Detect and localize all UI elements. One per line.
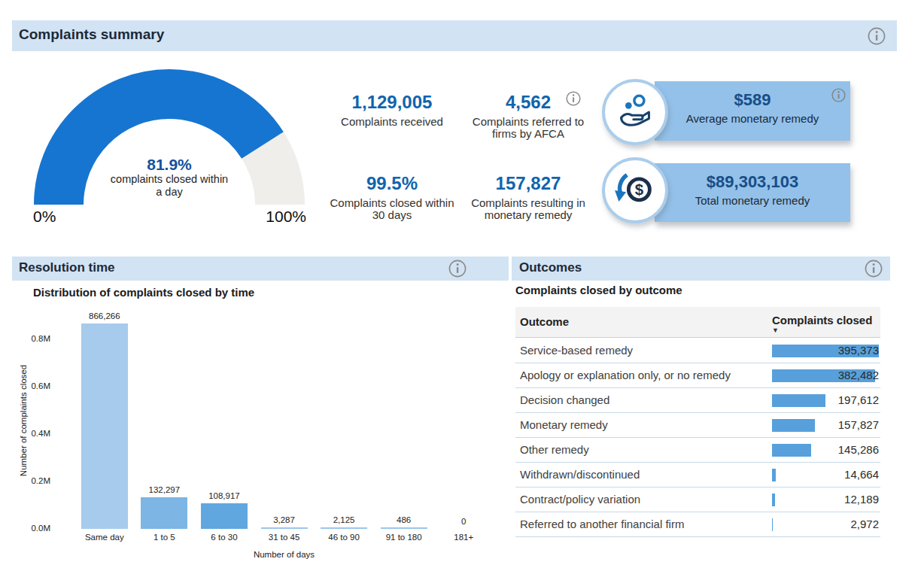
bar-chart-plot: 866,266132,297108,9173,2872,1254860 bbox=[74, 301, 494, 529]
average-monetary-remedy-card: $589 Average monetary remedy bbox=[655, 81, 850, 141]
kpi-label: Complaints closed within 30 days bbox=[328, 197, 456, 221]
bar[interactable] bbox=[141, 497, 187, 529]
y-axis-tick: 0.2M bbox=[20, 476, 50, 485]
bar-value-label: 108,917 bbox=[208, 491, 240, 501]
dollar-refund-icon: $ bbox=[602, 157, 668, 223]
column-header-outcome[interactable]: Outcome bbox=[520, 315, 569, 328]
svg-text:$: $ bbox=[635, 181, 644, 198]
table-row[interactable]: Withdrawn/discontinued14,664 bbox=[515, 463, 880, 487]
info-icon[interactable] bbox=[566, 91, 581, 106]
outcome-label: Apology or explanation only, or no remed… bbox=[520, 369, 731, 381]
outcomes-table-body: Service-based remedy395,373Apology or ex… bbox=[515, 339, 880, 537]
y-axis-tick: 0.8M bbox=[20, 334, 50, 343]
x-category-label: Same day bbox=[74, 533, 135, 542]
complaints-closed-value: 2,972 bbox=[850, 518, 879, 530]
kpi-value: 157,827 bbox=[464, 174, 592, 193]
column-header-complaints-closed[interactable]: Complaints closed bbox=[772, 314, 872, 327]
bar-column: 108,917 bbox=[194, 491, 254, 529]
outcomes-table-title: Complaints closed by outcome bbox=[515, 284, 682, 296]
gauge-caption: a day bbox=[34, 186, 305, 199]
card-value: $89,303,103 bbox=[655, 173, 850, 191]
outcomes-header: Outcomes bbox=[512, 257, 890, 281]
data-bar bbox=[772, 394, 825, 407]
complaints-closed-value: 395,373 bbox=[838, 344, 879, 357]
dashboard: Complaints summary 81.9% complaints clos… bbox=[0, 0, 924, 571]
complaints-summary-title: Complaints summary bbox=[19, 26, 164, 43]
bar[interactable] bbox=[201, 503, 248, 529]
table-row[interactable]: Service-based remedy395,373 bbox=[515, 339, 880, 363]
x-category-label: 31 to 45 bbox=[254, 533, 315, 542]
total-monetary-remedy-card: $89,303,103 Total monetary remedy bbox=[655, 163, 850, 222]
kpi-value: 99.5% bbox=[328, 174, 456, 193]
complaints-summary-header: Complaints summary bbox=[12, 20, 897, 51]
outcome-label: Service-based remedy bbox=[520, 344, 633, 357]
bar-value-label: 2,125 bbox=[333, 515, 355, 525]
table-row[interactable]: Monetary remedy157,827 bbox=[515, 413, 880, 438]
card-value: $589 bbox=[655, 91, 850, 109]
x-category-label: 1 to 5 bbox=[135, 533, 195, 542]
data-bar bbox=[772, 444, 811, 457]
bar-column: 0 bbox=[433, 516, 494, 529]
kpi-label: Complaints referred to firms by AFCA bbox=[464, 116, 592, 140]
hand-coins-icon bbox=[602, 79, 668, 145]
gauge-value: 81.9% bbox=[34, 156, 305, 173]
complaints-closed-value: 382,482 bbox=[838, 369, 879, 381]
bar[interactable] bbox=[261, 527, 308, 529]
card-label: Total monetary remedy bbox=[655, 194, 850, 207]
complaints-closed-value: 12,189 bbox=[844, 493, 879, 506]
table-row[interactable]: Referred to another financial firm2,972 bbox=[515, 512, 880, 537]
info-icon[interactable] bbox=[448, 260, 467, 278]
bar-column: 3,287 bbox=[254, 515, 315, 529]
info-icon[interactable] bbox=[868, 27, 886, 45]
bar[interactable] bbox=[321, 527, 367, 529]
bar[interactable] bbox=[81, 323, 128, 529]
bar-column: 2,125 bbox=[314, 515, 374, 529]
resolution-time-title: Resolution time bbox=[19, 260, 115, 275]
bar-value-label: 132,297 bbox=[149, 484, 181, 495]
info-icon[interactable] bbox=[831, 88, 846, 102]
bar-chart-title: Distribution of complaints closed by tim… bbox=[33, 286, 254, 299]
bar-value-label: 866,266 bbox=[89, 311, 120, 321]
gauge-caption: complaints closed within bbox=[34, 173, 305, 186]
card-label: Average monetary remedy bbox=[655, 112, 850, 125]
y-axis-tick: 0.4M bbox=[20, 429, 50, 438]
resolution-time-header: Resolution time bbox=[12, 257, 509, 281]
bar-value-label: 486 bbox=[397, 515, 411, 525]
outcome-label: Referred to another financial firm bbox=[520, 518, 684, 530]
data-bar bbox=[772, 518, 773, 531]
x-category-label: 46 to 90 bbox=[314, 533, 374, 542]
bar[interactable] bbox=[381, 527, 427, 529]
complaints-closed-value: 14,664 bbox=[844, 468, 879, 481]
kpi-label: Complaints resulting in monetary remedy bbox=[464, 197, 592, 221]
outcome-label: Monetary remedy bbox=[520, 418, 608, 431]
table-row[interactable]: Apology or explanation only, or no remed… bbox=[515, 363, 880, 388]
kpi-label: Complaints received bbox=[328, 116, 456, 128]
kpi-monetary-remedy-count: 157,827 Complaints resulting in monetary… bbox=[464, 174, 592, 221]
x-axis-categories: Same day1 to 56 to 3031 to 4546 to 9091 … bbox=[74, 533, 494, 542]
table-row[interactable]: Other remedy145,286 bbox=[515, 438, 880, 463]
kpi-complaints-received: 1,129,005 Complaints received bbox=[328, 93, 456, 128]
info-icon[interactable] bbox=[865, 260, 883, 278]
data-bar bbox=[772, 494, 775, 506]
y-axis-tick: 0.0M bbox=[20, 524, 50, 533]
outcome-label: Decision changed bbox=[520, 393, 609, 406]
x-category-label: 181+ bbox=[433, 533, 494, 542]
gauge-center-text: 81.9% complaints closed within a day bbox=[34, 156, 305, 199]
complaints-closed-value: 197,612 bbox=[838, 393, 879, 406]
bar-column: 866,266 bbox=[74, 311, 135, 529]
bar-value-label: 0 bbox=[461, 516, 466, 527]
x-axis-label: Number of days bbox=[74, 550, 494, 559]
sort-descending-icon[interactable]: ▼ bbox=[772, 327, 779, 334]
y-axis-label: Number of complaints closed bbox=[19, 345, 28, 496]
table-row[interactable]: Contract/policy variation12,189 bbox=[515, 487, 880, 512]
table-row[interactable]: Decision changed197,612 bbox=[515, 388, 880, 413]
bar-column: 132,297 bbox=[135, 484, 195, 529]
complaints-closed-value: 157,827 bbox=[838, 418, 879, 431]
outcome-label: Contract/policy variation bbox=[520, 493, 640, 506]
gauge-max-label: 100% bbox=[260, 208, 306, 226]
outcome-label: Other remedy bbox=[520, 443, 589, 456]
kpi-closed-30-days: 99.5% Complaints closed within 30 days bbox=[328, 174, 456, 221]
x-category-label: 6 to 30 bbox=[194, 533, 254, 542]
x-category-label: 91 to 180 bbox=[374, 533, 434, 542]
outcomes-title: Outcomes bbox=[519, 260, 582, 275]
